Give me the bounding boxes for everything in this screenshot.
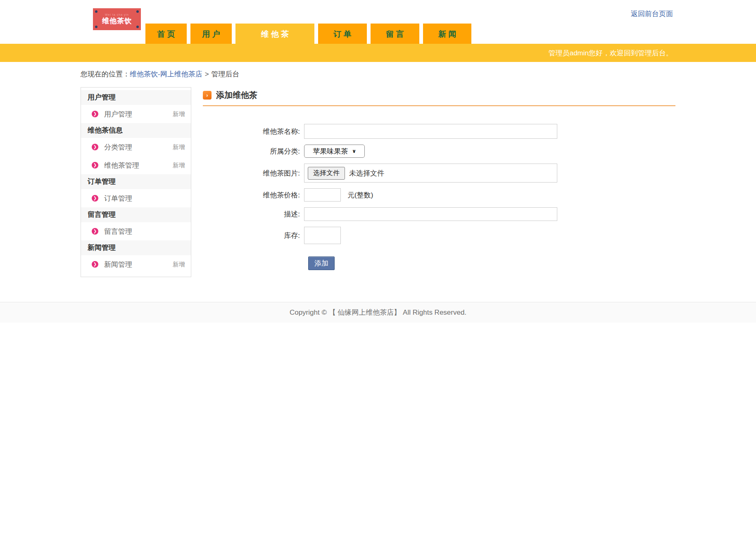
form-row-image: 维他茶图片: 选择文件 未选择文件	[203, 164, 675, 183]
sidebar-section-header: 用户管理	[81, 90, 191, 105]
sidebar-item[interactable]: ❯ 用户管理 新增	[81, 105, 191, 123]
sidebar-item-label[interactable]: 用户管理	[104, 109, 132, 119]
stock-label: 库存:	[203, 231, 304, 240]
sidebar-item-label[interactable]: 新闻管理	[104, 260, 132, 269]
welcome-text: 管理员admin您好，欢迎回到管理后台。	[549, 48, 673, 58]
nav-tab-留言[interactable]: 留 言	[371, 24, 419, 44]
sidebar-section-header: 订单管理	[81, 174, 191, 189]
nav-tab-维他茶[interactable]: 维 他 茶	[235, 24, 314, 44]
sidebar-section-header: 新闻管理	[81, 240, 191, 255]
file-input-box[interactable]: 选择文件 未选择文件	[304, 164, 557, 183]
page-title-row: › 添加维他茶	[203, 88, 675, 102]
category-selected-value: 苹果味果茶	[313, 147, 348, 156]
logo-brand-text: 维他茶饮	[102, 16, 132, 26]
form-row-stock: 库存:	[203, 227, 675, 244]
sidebar-section-header: 留言管理	[81, 207, 191, 222]
sidebar-item-add-link[interactable]: 新增	[173, 110, 185, 118]
main-nav-tabbar: 首 页用 户维 他 茶订 单留 言新 闻	[145, 24, 471, 44]
sidebar-item-add-link[interactable]: 新增	[173, 161, 185, 169]
form-row-description: 描述:	[203, 207, 675, 221]
logo-corner-dot	[136, 10, 139, 13]
title-divider	[203, 105, 675, 106]
footer: Copyright © 【 仙缘网上维他茶店】 All Rights Reser…	[0, 302, 756, 323]
breadcrumb: 您现在的位置：维他茶饮-网上维他茶店>管理后台	[81, 69, 756, 79]
choose-file-button[interactable]: 选择文件	[308, 167, 345, 180]
stock-input[interactable]	[304, 227, 341, 244]
pink-arrow-icon: ❯	[92, 228, 98, 235]
nav-tab-订单[interactable]: 订 单	[318, 24, 367, 44]
nav-tab-用户[interactable]: 用 户	[190, 24, 232, 44]
sidebar-item[interactable]: ❯ 新闻管理 新增	[81, 255, 191, 273]
copyright-text: Copyright © 【 仙缘网上维他茶店】 All Rights Reser…	[290, 308, 466, 317]
logo-corner-dot	[95, 10, 97, 13]
name-label: 维他茶名称:	[203, 127, 304, 136]
nav-tab-新闻[interactable]: 新 闻	[423, 24, 471, 44]
pink-arrow-icon: ❯	[92, 111, 98, 117]
sidebar-item-label[interactable]: 留言管理	[104, 227, 132, 236]
site-logo[interactable]: Wei ta cha yin 维他茶饮	[93, 8, 141, 30]
description-input[interactable]	[304, 207, 557, 221]
add-submit-button[interactable]: 添加	[308, 256, 335, 270]
price-input[interactable]	[304, 188, 341, 202]
price-unit-text: 元(整数)	[347, 190, 373, 200]
sidebar-item[interactable]: ❯ 分类管理 新增	[81, 138, 191, 156]
breadcrumb-prefix: 您现在的位置：	[81, 70, 130, 78]
sidebar-item[interactable]: ❯ 留言管理	[81, 222, 191, 240]
nav-tab-首页[interactable]: 首 页	[145, 24, 187, 44]
form-row-price: 维他茶价格: 元(整数)	[203, 188, 675, 202]
category-select[interactable]: 苹果味果茶 ∨	[304, 145, 365, 158]
orange-arrow-icon: ›	[203, 91, 212, 100]
pink-arrow-icon: ❯	[92, 162, 98, 169]
breadcrumb-current: 管理后台	[212, 70, 240, 78]
sidebar-section-header: 维他茶信息	[81, 123, 191, 138]
main-panel: › 添加维他茶 维他茶名称: 所属分类: 苹果味果茶 ∨ 维他茶图片: 选择文件	[203, 87, 675, 270]
sidebar-item[interactable]: ❯ 维他茶管理 新增	[81, 156, 191, 174]
pink-arrow-icon: ❯	[92, 261, 98, 268]
back-to-frontend-link[interactable]: 返回前台页面	[631, 9, 673, 19]
price-label: 维他茶价格:	[203, 190, 304, 200]
sidebar-item-add-link[interactable]: 新增	[173, 143, 185, 151]
sidebar-menu: 用户管理 ❯ 用户管理 新增 维他茶信息 ❯ 分类管理 新增 ❯ 维他茶管理 新…	[81, 87, 191, 277]
description-label: 描述:	[203, 209, 304, 219]
pink-arrow-icon: ❯	[92, 144, 98, 150]
sidebar-item-label[interactable]: 订单管理	[104, 194, 132, 203]
image-label: 维他茶图片:	[203, 169, 304, 178]
content-container: 用户管理 ❯ 用户管理 新增 维他茶信息 ❯ 分类管理 新增 ❯ 维他茶管理 新…	[81, 87, 675, 302]
logo-pinyin-text: Wei ta cha yin	[105, 13, 129, 16]
chevron-down-icon: ∨	[352, 148, 356, 154]
header: Wei ta cha yin 维他茶饮 返回前台页面 首 页用 户维 他 茶订 …	[0, 0, 756, 44]
sidebar-item-label[interactable]: 分类管理	[104, 142, 132, 152]
logo-corner-dot	[95, 26, 97, 28]
sidebar-item-label[interactable]: 维他茶管理	[104, 161, 139, 170]
tea-name-input[interactable]	[304, 124, 557, 139]
page-title: 添加维他茶	[216, 90, 257, 101]
category-label: 所属分类:	[203, 147, 304, 156]
admin-welcome-banner: 管理员admin您好，欢迎回到管理后台。	[0, 44, 756, 62]
add-tea-form: 维他茶名称: 所属分类: 苹果味果茶 ∨ 维他茶图片: 选择文件 未选择文件 维…	[203, 124, 675, 270]
form-row-category: 所属分类: 苹果味果茶 ∨	[203, 145, 675, 158]
breadcrumb-site-link[interactable]: 维他茶饮-网上维他茶店	[130, 70, 202, 78]
sidebar-item[interactable]: ❯ 订单管理	[81, 189, 191, 207]
file-status-text: 未选择文件	[349, 169, 384, 178]
sidebar-item-add-link[interactable]: 新增	[173, 261, 185, 268]
form-row-name: 维他茶名称:	[203, 124, 675, 139]
logo-corner-dot	[136, 26, 139, 28]
breadcrumb-separator: >	[205, 70, 209, 78]
pink-arrow-icon: ❯	[92, 195, 98, 202]
